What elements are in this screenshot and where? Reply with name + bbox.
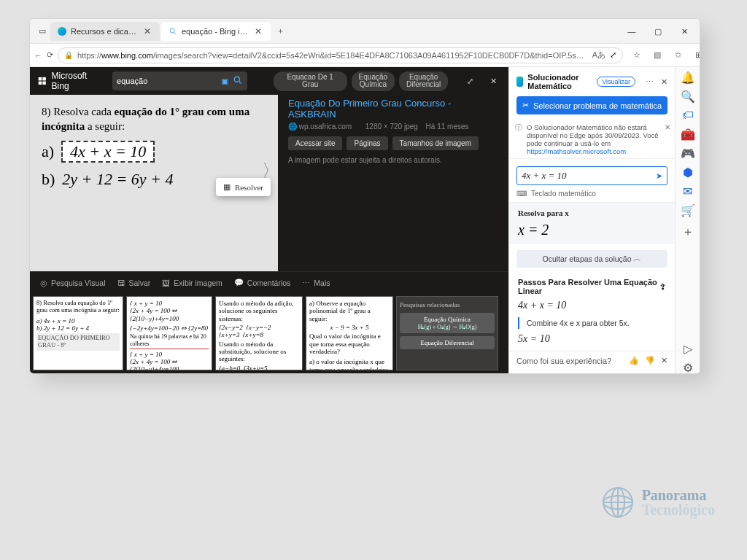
shopping-icon[interactable]: 🏷 [682, 109, 694, 121]
chip-equacao-1-grau[interactable]: Equacao De 1 Grau [274, 71, 347, 91]
show-image-action[interactable]: 🖼Exibir imagem [162, 279, 222, 287]
panel-menu-icon[interactable]: ⋯ [644, 77, 655, 87]
collections-icon[interactable]: ▥ [648, 47, 667, 64]
search-icon[interactable] [233, 75, 243, 87]
image-info: Equação Do Primeiro Grau Concurso - ASKB… [278, 95, 508, 271]
notice-close-icon[interactable]: ✕ [665, 123, 670, 131]
outlook-icon[interactable]: ✉ [682, 185, 694, 197]
minimize-button[interactable]: — [619, 22, 644, 41]
settings-icon[interactable]: ⚙ [682, 362, 694, 373]
expand-icon[interactable]: ⤢ [462, 77, 478, 86]
translate-icon[interactable]: ⤢ [610, 50, 616, 60]
select-problem-button[interactable]: ✂ Selecionar problema de matemática [516, 96, 667, 114]
cart-icon[interactable]: 🛒 [682, 204, 694, 216]
equation-b: 2y + 12 = 6y + 4 [62, 170, 173, 189]
tab-strip: ▭ Recursos e dicas do Micros ✕ equação -… [30, 19, 700, 44]
svg-rect-2 [39, 77, 42, 81]
comments-action[interactable]: 💬Comentários [234, 278, 291, 287]
browser-window: ▭ Recursos e dicas do Micros ✕ equação -… [29, 18, 700, 374]
tab-label: equação - Bing images [182, 27, 249, 36]
problem-prompt: 8) Resolva cada equação do 1° grau com u… [42, 105, 269, 133]
reader-icon[interactable]: Aあ [592, 50, 605, 61]
step-expression-1: 4x + x = 10 [518, 300, 666, 311]
extensions-icon[interactable]: ⊞ [689, 47, 700, 64]
watermark-line-2: Tecnológico [642, 502, 715, 517]
lock-icon: 🔒 [64, 51, 73, 59]
deprecation-notice: O Solucionador Matemático não estará dis… [509, 120, 675, 159]
url-field[interactable]: 🔒 https://www.bing.com/images/search?vie… [58, 47, 623, 63]
visit-site-button[interactable]: Acessar site [288, 136, 342, 150]
related-searches-card: Pesquisas relacionadas Equação Química H… [396, 296, 498, 370]
next-image-icon[interactable]: 〉 [262, 159, 279, 182]
svg-rect-4 [39, 82, 42, 85]
solve-label: Resolver [235, 183, 263, 192]
tab-bing-images[interactable]: equação - Bing images ✕ [161, 22, 271, 41]
close-tab-icon[interactable]: ✕ [142, 26, 152, 36]
games-icon[interactable]: 🎮 [682, 147, 694, 159]
svg-rect-3 [42, 77, 46, 81]
bing-logo[interactable]: Microsoft Bing [37, 71, 105, 91]
notifications-icon[interactable]: 🔔 [682, 71, 694, 83]
sidebar-add-icon[interactable]: ＋ [682, 226, 694, 238]
related-search-quimica[interactable]: Equação Química H₂(g) + O₂(g) → H₂O(g) [400, 313, 495, 333]
math-keyboard-toggle[interactable]: ⌨ Teclado matemático [516, 190, 667, 198]
tab-edge-tips[interactable]: Recursos e dicas do Micros ✕ [50, 22, 160, 41]
svg-point-0 [170, 28, 174, 33]
item-a-label: a) [42, 142, 54, 161]
save-icon: 🖫 [117, 279, 125, 287]
bing-logo-text: Microsoft Bing [52, 71, 106, 91]
feedback-bar: Como foi sua experiência? 👍 👎 ✕ [509, 351, 675, 370]
related-search-diferencial[interactable]: Equação Diferencial [400, 336, 495, 349]
send-icon[interactable]: ➤ [656, 171, 662, 181]
thumbs-up-icon[interactable]: 👍 [629, 356, 639, 365]
new-tab-button[interactable]: ＋ [272, 23, 288, 39]
close-viewer-icon[interactable]: ✕ [486, 77, 501, 86]
related-chips: Equacao De 1 Grau EquaçãoQuímica Equação… [274, 71, 449, 91]
image-title-link[interactable]: Equação Do Primeiro Grau Concurso - ASKB… [288, 98, 498, 120]
related-thumbnails: 8) Resolva cada equação do 1º grau com u… [30, 293, 508, 373]
maximize-button[interactable]: ▢ [646, 22, 670, 41]
sidebar-collapse-icon[interactable]: ▷ [682, 343, 694, 354]
feedback-text: Como foi sua experiência? [516, 357, 611, 365]
viewer-header: Microsoft Bing equação ▣ Equacao De 1 Gr… [30, 67, 508, 95]
item-b-label: b) [42, 170, 55, 189]
image-sizes-button[interactable]: Tamanhos de imagem [392, 136, 479, 150]
favorite-icon[interactable]: ☆ [627, 47, 646, 64]
search-sidebar-icon[interactable]: 🔍 [682, 90, 694, 102]
preview-badge: Visualizar [597, 77, 635, 87]
office-icon[interactable]: ⬢ [682, 166, 694, 178]
tools-icon[interactable]: 🧰 [682, 128, 694, 140]
svg-rect-5 [42, 82, 46, 85]
hide-steps-button[interactable]: Ocultar etapas da solução ︿ [516, 250, 667, 268]
related-searches-title: Pesquisas relacionadas [400, 301, 495, 308]
feedback-close-icon[interactable]: ✕ [661, 356, 667, 365]
panel-close-icon[interactable]: ✕ [659, 77, 669, 87]
bing-searchbox[interactable]: equação ▣ [112, 71, 247, 90]
thumb-1[interactable]: 8) Resolva cada equação do 1º grau com u… [33, 296, 123, 370]
keyboard-icon: ⌨ [516, 190, 527, 198]
thumbs-down-icon[interactable]: 👎 [645, 356, 655, 365]
chip-equacao-diferencial[interactable]: EquaçãoDiferencial [399, 71, 448, 91]
back-button[interactable]: ← [34, 47, 42, 64]
chip-equacao-quimica[interactable]: EquaçãoQuímica [352, 71, 395, 91]
close-window-button[interactable]: ✕ [672, 22, 697, 41]
toolbar-icons: ☆ ▥ ✩ ⊞ ❀ ⬚ ◉ ⋯ [627, 47, 700, 64]
refresh-button[interactable]: ⟳ [47, 47, 53, 64]
url-text: https://www.bing.com/images/search?view=… [77, 51, 588, 60]
thumb-4[interactable]: a) Observe a equação polinomial de 1º gr… [306, 296, 393, 370]
save-action[interactable]: 🖫Salvar [117, 279, 151, 287]
tab-actions-icon[interactable]: ▭ [34, 23, 50, 39]
pages-button[interactable]: Páginas [347, 136, 387, 150]
globe-icon [601, 486, 635, 519]
visual-search-action[interactable]: ◎Pesquisa Visual [40, 279, 106, 287]
more-action[interactable]: ⋯Mais [302, 279, 330, 287]
mathsolver-link[interactable]: https://mathsolver.microsoft.com [527, 147, 626, 155]
thumb-3[interactable]: Usando o método da adição, solucione os … [215, 296, 303, 370]
math-input[interactable]: 4x + x = 10 ➤ [516, 166, 667, 185]
share-icon[interactable]: ⇪ [659, 282, 666, 292]
visual-search-icon[interactable]: ▣ [221, 77, 228, 86]
thumb-2[interactable]: { x + y = 10{2x + 4y = 100 ⇔ {2(10−y)+4y… [126, 296, 212, 370]
equation-selection[interactable]: 4x + x = 10 [61, 141, 155, 163]
close-tab-icon[interactable]: ✕ [253, 26, 263, 36]
favorites-bar-icon[interactable]: ✩ [668, 47, 687, 64]
